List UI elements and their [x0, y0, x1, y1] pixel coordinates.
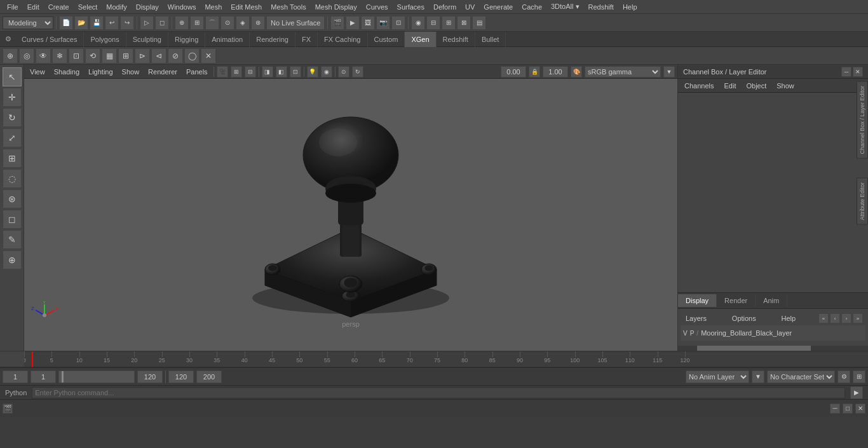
freeze-icon-btn[interactable]: ❄ [52, 48, 67, 64]
tab-fx[interactable]: FX [295, 32, 318, 47]
vp-lighting-menu[interactable]: Lighting [85, 67, 116, 77]
tab-redshift[interactable]: Redshift [437, 32, 475, 47]
tab-display[interactable]: Display [678, 294, 717, 307]
channels-menu[interactable]: Channels [682, 81, 716, 91]
python-input[interactable] [32, 387, 845, 398]
lasso-sel-btn[interactable]: ◻ [3, 210, 22, 229]
vp-iso-btn[interactable]: ⊙ [338, 66, 349, 78]
visible-icon-btn[interactable]: 👁 [36, 48, 51, 64]
vp-panels-menu[interactable]: Panels [183, 67, 211, 77]
pivot-icon-btn[interactable]: ◎ [19, 48, 34, 64]
vp-show-menu[interactable]: Show [119, 67, 143, 77]
delete-icon-btn[interactable]: ✕ [201, 48, 216, 64]
layer-item[interactable]: V P / Mooring_Bollard_Black_layer [681, 325, 865, 341]
vp-value1-input[interactable] [501, 66, 526, 78]
menu-redshift[interactable]: Redshift [584, 2, 618, 12]
attribute-editor-side-tab[interactable]: Attribute Editor [857, 178, 868, 225]
ungroup-icon-btn[interactable]: ⊞ [118, 48, 133, 64]
tab-fx-caching[interactable]: FX Caching [318, 32, 367, 47]
center-icon-btn[interactable]: ⊡ [69, 48, 84, 64]
snap-curve-btn[interactable]: ⌒ [205, 16, 219, 30]
tab-rigging[interactable]: Rigging [168, 32, 205, 47]
menu-edit-mesh[interactable]: Edit Mesh [226, 2, 266, 12]
vp-cam-btn[interactable]: 🎥 [217, 66, 228, 78]
menu-uv[interactable]: UV [461, 2, 479, 12]
menu-mesh-display[interactable]: Mesh Display [311, 2, 362, 12]
render2-btn[interactable]: 🖼 [361, 16, 375, 30]
layer-nav-left2[interactable]: ‹ [830, 313, 840, 323]
vp-grid-btn[interactable]: ⊞ [231, 66, 242, 78]
char-set-menu-btn[interactable]: ⚙ [837, 370, 850, 383]
vp-lights-btn[interactable]: 💡 [307, 66, 318, 78]
vp-shade1-btn[interactable]: ◨ [262, 66, 273, 78]
menu-create[interactable]: Create [44, 2, 74, 12]
workspace-select[interactable]: Modeling [3, 17, 53, 29]
show-menu[interactable]: Show [774, 81, 797, 91]
save-scene-btn[interactable]: 💾 [90, 16, 104, 30]
menu-display[interactable]: Display [132, 2, 163, 12]
edit-menu[interactable]: Edit [721, 81, 738, 91]
menu-modify[interactable]: Modify [102, 2, 131, 12]
panel-minimize-btn[interactable]: ─ [841, 67, 851, 77]
frame-end-input[interactable] [137, 370, 163, 383]
tab-sculpting[interactable]: Sculpting [126, 32, 168, 47]
redo-btn[interactable]: ↪ [120, 16, 134, 30]
tab-xgen[interactable]: XGen [405, 32, 436, 47]
menu-mesh[interactable]: Mesh [200, 2, 226, 12]
help-menu[interactable]: Help [779, 314, 799, 323]
undo-btn[interactable]: ↩ [105, 16, 119, 30]
menu-curves[interactable]: Curves [362, 2, 393, 12]
lasso-btn[interactable]: ◻ [155, 16, 169, 30]
vp-refresh-btn[interactable]: ↻ [352, 66, 363, 78]
snap-point-btn[interactable]: ⊙ [220, 16, 234, 30]
select-btn[interactable]: ↖ [3, 67, 22, 86]
tab-settings-btn[interactable]: ⚙ [1, 32, 15, 46]
scale-btn[interactable]: ⤢ [3, 128, 22, 147]
menu-generate[interactable]: Generate [479, 2, 517, 12]
char-set-select[interactable]: No Character Set [767, 370, 835, 383]
window-close-btn[interactable]: ✕ [855, 404, 865, 414]
layout-btn[interactable]: ⊟ [426, 16, 440, 30]
viewport-btn[interactable]: ⊡ [391, 16, 405, 30]
timeline-ruler[interactable]: 0510152025303540455055606570758085909510… [24, 351, 868, 367]
char-set-extra-btn[interactable]: ⊞ [853, 370, 865, 383]
rotate-btn[interactable]: ↻ [3, 108, 22, 127]
open-scene-btn[interactable]: 📂 [74, 16, 88, 30]
anim-layer-menu-btn[interactable]: ▼ [752, 370, 764, 383]
tab-rendering[interactable]: Rendering [250, 32, 295, 47]
snap2-btn[interactable]: ⊕ [3, 250, 22, 269]
transform-icon-btn[interactable]: ⊕ [3, 48, 18, 64]
anim-layer-select[interactable]: No Anim Layer [686, 370, 749, 383]
vp-shadow-btn[interactable]: ◉ [321, 66, 332, 78]
parent-icon-btn[interactable]: ⊳ [135, 48, 150, 64]
unhide-icon-btn[interactable]: ◯ [184, 48, 200, 64]
layout4-btn[interactable]: ▤ [472, 16, 486, 30]
timeline[interactable]: 0510152025303540455055606570758085909510… [0, 351, 868, 367]
layer-nav-right2[interactable]: » [853, 313, 863, 323]
vp-shade2-btn[interactable]: ◧ [276, 66, 287, 78]
python-run-btn[interactable]: ▶ [850, 386, 863, 399]
timeline-playhead[interactable] [32, 351, 33, 367]
select-tool-btn[interactable]: ▷ [140, 16, 154, 30]
vp-shading-menu[interactable]: Shading [51, 67, 83, 77]
playback-start-input[interactable] [168, 370, 194, 383]
menu-mesh-tools[interactable]: Mesh Tools [266, 2, 310, 12]
vp-value2-input[interactable] [543, 66, 568, 78]
tab-anim[interactable]: Anim [756, 294, 787, 307]
menu-windows[interactable]: Windows [163, 2, 201, 12]
show-manip-btn[interactable]: ⊛ [3, 189, 22, 208]
menu-select[interactable]: Select [74, 2, 102, 12]
xray-btn[interactable]: ◉ [411, 16, 425, 30]
menu-deform[interactable]: Deform [429, 2, 461, 12]
unparent-icon-btn[interactable]: ⊲ [151, 48, 166, 64]
render3-btn[interactable]: 📷 [376, 16, 390, 30]
paint-sel-btn[interactable]: ✎ [3, 230, 22, 249]
transform-btn[interactable]: ⊞ [3, 149, 22, 168]
snap-extra-btn[interactable]: ⊛ [251, 16, 265, 30]
panel-close-btn[interactable]: ✕ [853, 67, 863, 77]
snap-view-btn[interactable]: ◈ [236, 16, 250, 30]
vp-grid2-btn[interactable]: ⊟ [245, 66, 256, 78]
menu-file[interactable]: File [3, 2, 23, 12]
vp-gamma-select[interactable]: sRGB gamma [585, 66, 661, 78]
tab-curves-surfaces[interactable]: Curves / Surfaces [15, 32, 84, 47]
